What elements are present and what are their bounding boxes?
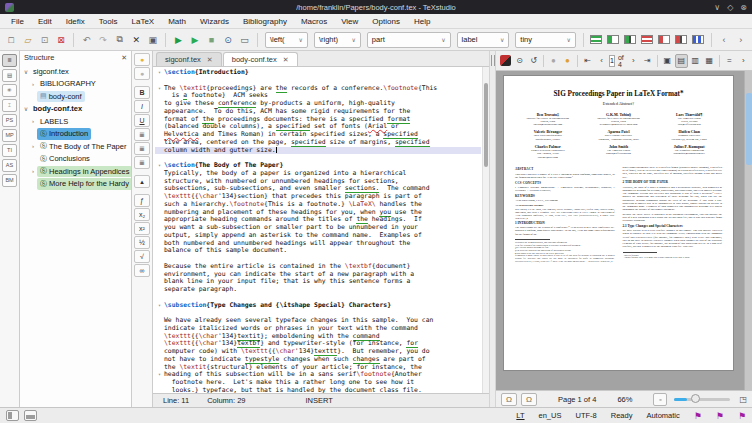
copy-button[interactable]: ⧉ xyxy=(112,32,127,48)
open-file-button[interactable]: ▱ xyxy=(21,32,36,48)
page-number-input[interactable]: 1 xyxy=(609,55,615,67)
root-button[interactable]: √ xyxy=(134,250,150,263)
editor-scrollbar[interactable] xyxy=(482,67,489,393)
marker-orange-icon[interactable]: ● xyxy=(561,54,574,68)
menu-macros[interactable]: Macros xyxy=(294,17,334,26)
fold-marker-icon[interactable]: ▾ xyxy=(155,85,164,93)
first-page-button[interactable]: ⇤ xyxy=(581,54,594,68)
left-delimiter-combo[interactable]: \left(∨ xyxy=(265,32,308,48)
cut-button[interactable]: ✕ xyxy=(129,32,144,48)
menu-options[interactable]: Options xyxy=(365,17,407,26)
zoom-slider-knob[interactable] xyxy=(691,394,700,403)
marker-button[interactable]: ● xyxy=(134,67,150,80)
expand-icon[interactable]: ◳ xyxy=(739,395,747,404)
symbols-panel-button[interactable]: ✳ xyxy=(2,84,17,97)
math-function-button[interactable]: ƒ xyxy=(134,194,150,207)
align-center-button[interactable]: ≣ xyxy=(134,142,150,155)
expander-icon[interactable]: › xyxy=(29,168,37,174)
status-automatic[interactable]: Automatic xyxy=(646,411,679,420)
expander-icon[interactable]: › xyxy=(29,81,37,87)
previous-column-button[interactable]: ‹ xyxy=(717,32,732,48)
pdf-view[interactable]: SIG Proceedings Paper in LaTeX Format* E… xyxy=(496,71,752,390)
compile-pdf-button[interactable] xyxy=(499,54,512,68)
messages-button[interactable]: ▭ xyxy=(237,32,252,48)
structure-item[interactable]: ▤body-conf xyxy=(20,90,131,103)
continuous-mode-button[interactable]: = xyxy=(723,54,736,68)
fontsize-combo[interactable]: tiny∨ xyxy=(515,32,576,48)
menu-bibliography[interactable]: Bibliography xyxy=(236,17,294,26)
menu-wizards[interactable]: Wizards xyxy=(193,17,236,26)
code-line[interactable]: ▾\subsection{Type Changes and {\itshape … xyxy=(155,302,481,310)
close-window-icon[interactable]: ⊗ xyxy=(740,3,747,12)
close-structure-icon[interactable]: ✕ xyxy=(121,54,127,62)
bold-button[interactable]: B xyxy=(134,86,150,99)
fit-page-button[interactable]: ▥ xyxy=(689,54,702,68)
code-line[interactable]: looks.} typeface, but that is handled by… xyxy=(155,387,481,393)
tab-sigconf.tex[interactable]: sigconf.tex✕ xyxy=(156,52,222,66)
editor-scrollbar-thumb[interactable] xyxy=(484,83,488,167)
structure-item[interactable]: ›BIBLIOGRAPHY xyxy=(20,78,131,91)
add-column-button[interactable] xyxy=(607,35,619,44)
symbol-button[interactable]: ∞ xyxy=(134,264,150,277)
pstricks-panel-button[interactable]: PS xyxy=(2,114,17,127)
code-line[interactable]: column width and gutter size. xyxy=(155,147,481,155)
build-and-view-button[interactable]: ▶ xyxy=(171,32,186,48)
menu-math[interactable]: Math xyxy=(161,17,193,26)
zoom-original-button[interactable]: ▫ xyxy=(653,393,667,406)
expander-icon[interactable]: › xyxy=(29,143,37,149)
todo-marker-button[interactable]: ● xyxy=(134,53,150,66)
menu-help[interactable]: Help xyxy=(407,17,437,26)
zoom-icon[interactable]: ⊙ xyxy=(513,54,526,68)
tikz-panel-button[interactable]: TI xyxy=(2,144,17,157)
subscript-button[interactable]: x₂ xyxy=(134,208,150,221)
align-right-button[interactable]: ≣ xyxy=(134,156,150,169)
fold-marker-icon[interactable]: ▾ xyxy=(155,69,164,77)
superscript-button[interactable]: x² xyxy=(134,222,150,235)
structure-item[interactable]: ⓈMore Help for the Hardy xyxy=(20,178,131,191)
bell-icon[interactable]: Ω xyxy=(501,393,517,406)
marker-gray-icon[interactable]: ● xyxy=(547,54,560,68)
structure-item[interactable]: ›ⓈThe Body of The Paper xyxy=(20,140,131,153)
toggle-sidebar-icon[interactable] xyxy=(6,410,19,421)
right-delimiter-combo[interactable]: \right)∨ xyxy=(314,32,361,48)
menu-tools[interactable]: Tools xyxy=(92,17,125,26)
menu-edit[interactable]: Edit xyxy=(31,17,59,26)
structure-item[interactable]: ⓈIntroduction xyxy=(20,128,131,141)
expander-icon[interactable]: ∨ xyxy=(22,105,30,112)
magnifier-icon[interactable]: ⊙ xyxy=(221,32,236,48)
code-line[interactable]: ▾\section{Introduction} xyxy=(155,69,481,77)
zoom-slider[interactable] xyxy=(674,398,730,401)
status-lt[interactable]: LT xyxy=(516,411,524,420)
paste-column-button[interactable] xyxy=(624,35,636,44)
structure-item[interactable]: ›ⓈHeadings in Appendices xyxy=(20,165,131,178)
menu-idefix[interactable]: Idefix xyxy=(59,17,92,26)
close-document-button[interactable]: ⊠ xyxy=(54,32,69,48)
undo-button[interactable]: ↶ xyxy=(79,32,94,48)
last-page-button[interactable]: ⇥ xyxy=(641,54,654,68)
structure-panel-button[interactable]: ≣ xyxy=(2,54,17,67)
new-file-button[interactable]: □ xyxy=(4,32,19,48)
shade-window-icon[interactable]: ∨ xyxy=(714,3,720,12)
sectioning-combo[interactable]: part∨ xyxy=(367,32,451,48)
align-columns-button[interactable] xyxy=(692,35,704,44)
collapse-button[interactable]: ▴ xyxy=(134,175,150,188)
status-en-us[interactable]: en_US xyxy=(539,411,562,420)
remove-column-button[interactable] xyxy=(658,35,670,44)
status-ready[interactable]: Ready xyxy=(611,411,633,420)
pdf-scrollbar-thumb[interactable] xyxy=(746,93,752,165)
code-line[interactable]: balance of this sample document. xyxy=(155,247,481,255)
close-tab-icon[interactable]: ✕ xyxy=(283,56,289,64)
pdf-scrollbar[interactable] xyxy=(744,71,752,390)
flag-icon[interactable]: ⚑ xyxy=(694,411,702,421)
fraction-button[interactable]: ½ xyxy=(134,236,150,249)
expander-icon[interactable]: › xyxy=(29,118,37,124)
expander-icon[interactable]: ∨ xyxy=(22,68,30,75)
next-column-button[interactable]: › xyxy=(733,32,748,48)
redo-button[interactable]: ↷ xyxy=(96,32,111,48)
previous-page-button[interactable]: ‹ xyxy=(595,54,608,68)
splitter-handle[interactable] xyxy=(489,51,496,407)
flag-icon[interactable]: ⚑ xyxy=(716,411,724,421)
paste-button[interactable]: ▣ xyxy=(146,32,161,48)
menu-file[interactable]: File xyxy=(4,17,31,26)
fold-marker-icon[interactable]: ▾ xyxy=(155,371,164,379)
